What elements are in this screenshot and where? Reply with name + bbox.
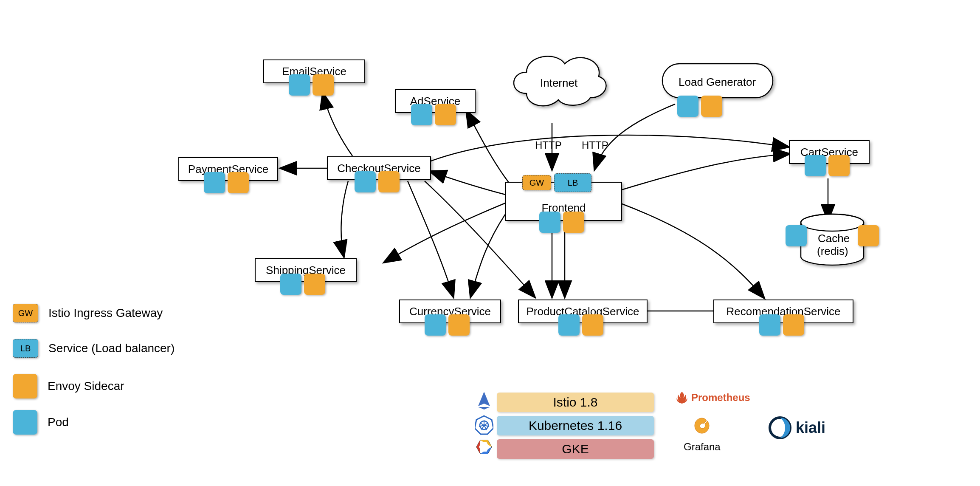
- k8s-icon: [475, 415, 493, 437]
- prometheus-text: Prometheus: [691, 392, 750, 404]
- istio-icon: [476, 391, 493, 412]
- kiali-text: kiali: [796, 419, 825, 437]
- lb-tag: LB: [554, 173, 591, 192]
- k8s-pill: Kubernetes 1.16: [497, 416, 654, 435]
- envoy-icon: [304, 274, 325, 295]
- legend-envoy-text: Envoy Sidecar: [48, 379, 124, 393]
- emailservice-pods: [289, 74, 334, 96]
- productcatalogservice-pods: [558, 314, 603, 336]
- legend-lb-text: Service (Load balancer): [48, 342, 175, 355]
- legend-gw-tag: GW: [13, 304, 38, 322]
- envoy-icon: [228, 172, 249, 193]
- pod-icon: [280, 274, 301, 295]
- envoy-icon: [783, 314, 804, 336]
- legend-envoy: Envoy Sidecar: [13, 374, 124, 398]
- loadgen-pods: [677, 96, 722, 117]
- envoy-icon: [582, 314, 603, 336]
- pod-icon: [786, 225, 807, 246]
- envoy-icon: [701, 96, 722, 117]
- cartservice-pods: [805, 155, 850, 176]
- gke-pill: GKE: [497, 439, 654, 459]
- legend-pod-text: Pod: [48, 415, 69, 429]
- pod-icon: [289, 74, 310, 96]
- prometheus-logo: Prometheus: [675, 391, 750, 404]
- http-label-2: HTTP: [582, 139, 608, 151]
- legend-pod: Pod: [13, 410, 69, 435]
- envoy-icon: [435, 104, 456, 125]
- envoy-icon: [448, 314, 470, 336]
- http-label-1: HTTP: [535, 139, 562, 151]
- shippingservice-pods: [280, 274, 325, 295]
- gw-tag: GW: [522, 175, 551, 190]
- loadgen-label: Load Generator: [679, 76, 756, 89]
- recommendationservice-pods: [759, 314, 804, 336]
- legend-pod-sq: [13, 410, 37, 435]
- grafana-logo: Grafana: [684, 416, 721, 453]
- pod-icon: [539, 212, 560, 233]
- envoy-icon: [313, 74, 334, 96]
- checkoutservice-pods: [355, 171, 400, 192]
- envoy-icon: [858, 225, 879, 246]
- envoy-icon: [378, 171, 400, 192]
- currencyservice-pods: [425, 314, 470, 336]
- frontend-pods: [539, 212, 584, 233]
- pod-icon: [805, 155, 826, 176]
- cache-pods: [786, 225, 879, 246]
- legend-lb-tag: LB: [13, 339, 38, 358]
- legend-gw-text: Istio Ingress Gateway: [48, 306, 163, 320]
- gke-icon: [475, 438, 493, 458]
- kiali-logo: kiali: [769, 416, 825, 439]
- paymentservice-pods: [204, 172, 249, 193]
- envoy-icon: [563, 212, 584, 233]
- istio-pill: Istio 1.8: [497, 393, 654, 412]
- internet-label: Internet: [540, 76, 577, 90]
- pod-icon: [204, 172, 225, 193]
- pod-icon: [411, 104, 432, 125]
- pod-icon: [558, 314, 580, 336]
- cache-label-2: (redis): [817, 245, 848, 258]
- pod-icon: [677, 96, 698, 117]
- pod-icon: [425, 314, 446, 336]
- legend-envoy-sq: [13, 374, 37, 398]
- internet-cloud: Internet: [505, 47, 611, 116]
- pod-icon: [759, 314, 780, 336]
- envoy-icon: [828, 155, 850, 176]
- pod-icon: [355, 171, 376, 192]
- legend-lb: LB Service (Load balancer): [13, 339, 175, 358]
- adservice-pods: [411, 104, 456, 125]
- legend-gw: GW Istio Ingress Gateway: [13, 304, 163, 322]
- grafana-text: Grafana: [684, 441, 721, 453]
